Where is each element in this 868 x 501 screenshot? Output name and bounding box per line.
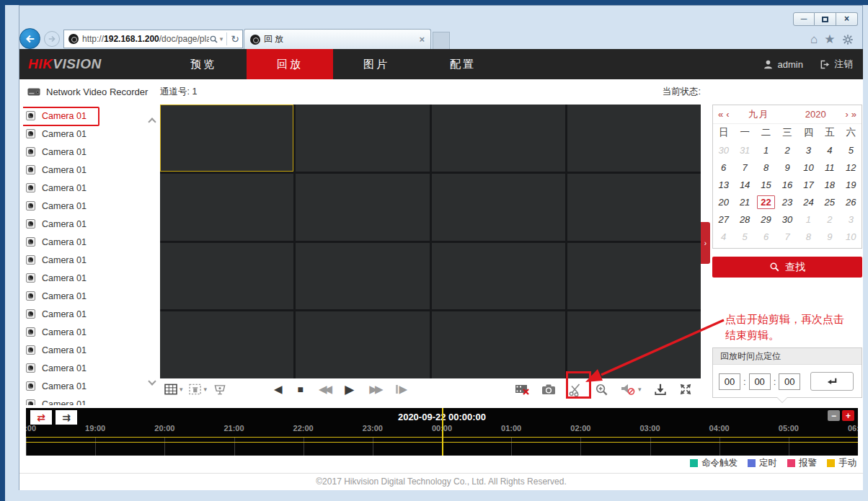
video-cell[interactable]: [296, 311, 429, 378]
forward-button[interactable]: [44, 31, 60, 47]
calendar-day[interactable]: 7: [734, 159, 755, 176]
video-cell[interactable]: [432, 105, 565, 172]
calendar-day[interactable]: 9: [819, 228, 840, 245]
slow-down-button[interactable]: ◀◀: [319, 383, 329, 396]
clip-scissors-button[interactable]: [568, 382, 583, 396]
timeline-zoom-in-button[interactable]: +: [842, 410, 854, 421]
camera-list-item[interactable]: Camera 01: [23, 197, 89, 215]
second-input[interactable]: [779, 373, 800, 390]
calendar-day[interactable]: 11: [819, 159, 840, 176]
calendar-day[interactable]: 21: [734, 193, 755, 210]
calendar-day[interactable]: 5: [734, 228, 755, 245]
camera-list-item[interactable]: Camera 01: [23, 341, 89, 359]
camera-list-item[interactable]: Camera 01: [23, 287, 89, 305]
window-division-button[interactable]: ▾: [164, 383, 183, 396]
search-button[interactable]: 查找: [712, 257, 862, 278]
calendar-day[interactable]: 5: [841, 141, 862, 159]
current-user[interactable]: admin: [763, 59, 803, 70]
frame-step-button[interactable]: ▶: [396, 383, 408, 396]
refresh-icon[interactable]: ↻: [231, 33, 239, 45]
calendar-day[interactable]: 13: [713, 176, 734, 193]
next-year-button[interactable]: »: [851, 109, 856, 120]
panel-expand-tab[interactable]: ›: [701, 222, 710, 264]
hour-input[interactable]: [719, 373, 740, 390]
fisheye-button[interactable]: [213, 383, 227, 396]
calendar-day[interactable]: 6: [756, 228, 776, 245]
video-cell[interactable]: [296, 105, 429, 172]
video-cell[interactable]: [432, 174, 565, 241]
timeline-zoom-out-button[interactable]: −: [828, 410, 840, 421]
calendar-day[interactable]: 23: [776, 193, 797, 210]
calendar-day[interactable]: 19: [841, 176, 862, 193]
video-cell[interactable]: [432, 311, 565, 378]
calendar-day[interactable]: 3: [841, 210, 862, 228]
restore-button[interactable]: [815, 12, 836, 26]
calendar-day[interactable]: 30: [776, 210, 797, 228]
next-month-button[interactable]: ›: [845, 109, 848, 120]
calendar-day[interactable]: 2: [776, 141, 797, 159]
camera-list-item[interactable]: Camera 01: [23, 395, 89, 405]
calendar-day[interactable]: 22: [756, 193, 776, 210]
camera-list-item[interactable]: Camera 01: [23, 251, 89, 269]
camera-list-item[interactable]: Camera 01: [23, 305, 89, 323]
video-cell[interactable]: [296, 174, 429, 241]
settings-gear-icon[interactable]: [842, 34, 854, 45]
nav-tab[interactable]: 配置: [420, 49, 506, 79]
address-bar[interactable]: http://192.168.1.200/doc/page/playbac ▾ …: [63, 30, 243, 48]
video-cell[interactable]: [160, 311, 293, 378]
reverse-play-button[interactable]: ◀: [274, 383, 283, 396]
camera-list-item[interactable]: Camera 01: [23, 323, 89, 341]
calendar-day[interactable]: 28: [734, 210, 755, 228]
camera-list-item[interactable]: Camera 01: [23, 143, 89, 161]
camera-list-scroll-up[interactable]: [148, 115, 158, 125]
minute-input[interactable]: [749, 373, 771, 390]
video-cell-selected[interactable]: [160, 105, 293, 172]
camera-list-item[interactable]: Camera 01: [23, 107, 89, 125]
calendar-day[interactable]: 20: [713, 193, 734, 210]
calendar-day[interactable]: 29: [756, 210, 776, 228]
calendar-day[interactable]: 12: [841, 159, 862, 176]
calendar-day[interactable]: 3: [798, 141, 819, 159]
camera-list-item[interactable]: Camera 01: [23, 233, 89, 251]
stop-button[interactable]: ■: [298, 383, 304, 395]
video-cell[interactable]: [296, 243, 429, 310]
calendar-day[interactable]: 30: [713, 141, 734, 159]
sync-playback-toggle[interactable]: ⇄: [30, 410, 52, 425]
camera-list-scroll-down[interactable]: [148, 378, 158, 388]
nav-tab[interactable]: 图片: [333, 49, 420, 79]
video-cell[interactable]: [567, 174, 701, 241]
clear-selection-button[interactable]: ▾: [189, 383, 208, 396]
calendar-day[interactable]: 26: [841, 193, 862, 210]
calendar-day[interactable]: 14: [734, 176, 755, 193]
calendar-day[interactable]: 17: [798, 176, 819, 193]
calendar-day[interactable]: 8: [756, 159, 776, 176]
video-cell[interactable]: [160, 243, 293, 310]
camera-list-item[interactable]: Camera 01: [23, 161, 89, 179]
new-tab-button[interactable]: [433, 32, 450, 49]
camera-list-item[interactable]: Camera 01: [23, 179, 89, 197]
nav-tab[interactable]: 预览: [160, 49, 247, 79]
calendar-day[interactable]: 7: [776, 228, 797, 245]
video-cell[interactable]: [567, 243, 701, 310]
home-icon[interactable]: ⌂: [810, 32, 818, 47]
playhead-cursor[interactable]: [442, 408, 443, 456]
address-dropdown-icon[interactable]: ▾: [220, 35, 223, 43]
nav-tab[interactable]: 回放: [247, 49, 333, 79]
calendar-day[interactable]: 4: [819, 141, 840, 159]
calendar-day[interactable]: 10: [841, 228, 862, 245]
logout-button[interactable]: 注销: [819, 58, 853, 71]
async-playback-toggle[interactable]: ⇉: [56, 410, 77, 425]
calendar-day[interactable]: 9: [776, 159, 797, 176]
camera-list-item[interactable]: Camera 01: [23, 359, 89, 377]
calendar-day[interactable]: 1: [798, 210, 819, 228]
calendar-day[interactable]: 15: [756, 176, 776, 193]
calendar-day[interactable]: 27: [713, 210, 734, 228]
back-button[interactable]: [19, 28, 40, 49]
calendar-day[interactable]: 2: [819, 210, 840, 228]
calendar-day[interactable]: 16: [776, 176, 797, 193]
audio-button[interactable]: ▾: [621, 383, 642, 396]
calendar-day[interactable]: 24: [798, 193, 819, 210]
prev-year-button[interactable]: «: [718, 109, 723, 120]
calendar-day[interactable]: 1: [756, 141, 776, 159]
camera-list-item[interactable]: Camera 01: [23, 125, 89, 143]
